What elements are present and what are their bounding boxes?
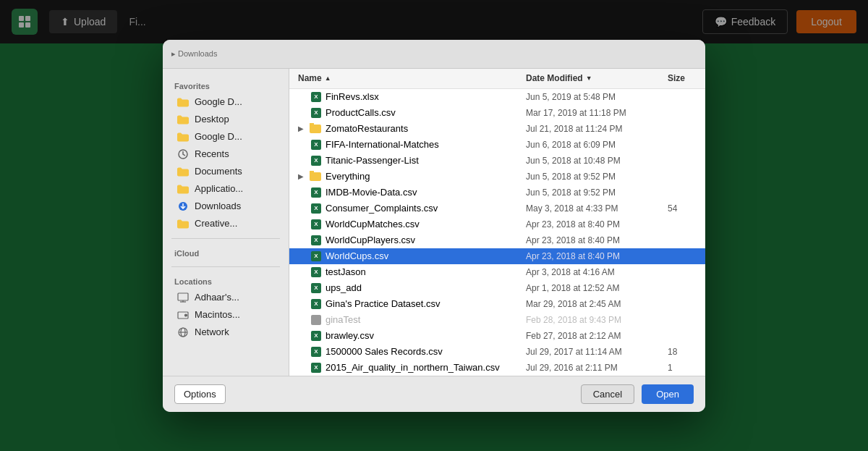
table-row[interactable]: ▶ Everything Jun 5, 2018 at 9:52 PM [289,169,705,185]
file-date: Jul 29, 2017 at 11:14 AM [517,347,662,357]
downloads-icon [177,201,189,212]
file-list-area: Name ▲ Date Modified ▼ Size X FinRevs.xl… [289,69,705,376]
table-row[interactable]: X Titanic-Passenger-List Jun 5, 2018 at … [289,153,705,169]
dialog-footer: Options Cancel Open [163,376,705,412]
column-name[interactable]: Name ▲ [289,73,517,83]
file-date: Apr 23, 2018 at 8:40 PM [517,251,662,261]
sidebar-item-documents[interactable]: Documents [166,163,286,180]
folder-icon [177,218,189,229]
options-button[interactable]: Options [174,384,226,404]
excel-icon: X [311,219,321,229]
table-row[interactable]: X 2015_Air_quality_in_northern_Taiwan.cs… [289,360,705,376]
table-row[interactable]: X ups_add Apr 1, 2018 at 12:52 AM [289,280,705,296]
excel-icon: X [311,140,321,150]
folder-icon [177,166,189,177]
svg-rect-14 [178,293,188,300]
dialog-toolbar: ▸ Downloads [163,40,705,69]
file-date: Jul 29, 2016 at 2:11 PM [517,363,662,373]
table-row[interactable]: X WorldCups.csv Apr 23, 2018 at 8:40 PM [289,248,705,264]
sort-arrow: ▲ [325,75,331,82]
locations-label: Locations [163,273,289,289]
icloud-label: iCloud [163,245,289,261]
table-row[interactable]: X testJason Apr 3, 2018 at 4:16 AM [289,264,705,280]
table-row[interactable]: X ProductCalls.csv Mar 17, 2019 at 11:18… [289,105,705,121]
file-name: X Titanic-Passenger-List [289,155,517,166]
file-name: X FinRevs.xlsx [289,91,517,102]
file-size: 1 [662,363,705,373]
clock-icon [177,148,189,160]
file-name: X WorldCupPlayers.csv [289,235,517,245]
excel-icon: X [311,187,321,198]
sidebar-item-google-drive-1[interactable]: Google D... [166,93,286,111]
file-name: X ProductCalls.csv [289,107,517,118]
file-date: Jun 5, 2018 at 9:52 PM [517,187,662,198]
sidebar-item-recents[interactable]: Recents [166,146,286,163]
excel-icon: X [311,283,321,293]
excel-icon: X [311,156,321,166]
excel-icon: X [311,235,321,245]
table-row[interactable]: X IMDB-Movie-Data.csv Jun 5, 2018 at 9:5… [289,185,705,201]
sidebar-item-adhaar[interactable]: Adhaar's... [166,289,286,306]
computer-icon [177,292,189,303]
table-row[interactable]: X FIFA-International-Matches Jun 6, 2018… [289,137,705,153]
file-name: X IMDB-Movie-Data.csv [289,187,517,198]
folder-icon [177,183,189,195]
excel-icon: X [311,363,321,373]
file-date: Jun 5, 2019 at 5:48 PM [517,92,662,102]
excel-icon: X [311,251,321,261]
file-name: X WorldCups.csv [289,250,517,261]
sidebar-item-creative[interactable]: Creative... [166,215,286,232]
sidebar-item-network[interactable]: Network [166,324,286,341]
svg-point-18 [185,314,187,316]
file-icon [311,315,321,325]
file-name: X ups_add [289,282,517,293]
column-size[interactable]: Size [662,73,705,83]
file-open-dialog: ▸ Downloads Favorites Google D... Deskto… [163,40,705,412]
file-date: Mar 17, 2019 at 11:18 PM [517,108,662,118]
open-button[interactable]: Open [642,384,694,404]
folder-icon [177,131,189,143]
file-name: X Consumer_Complaints.csv [289,203,517,214]
table-row[interactable]: X WorldCupMatches.csv Apr 23, 2018 at 8:… [289,216,705,232]
file-date: Apr 23, 2018 at 8:40 PM [517,219,662,229]
excel-icon: X [311,347,321,357]
file-size: 18 [662,347,705,357]
excel-icon: X [311,267,321,277]
toolbar-path: ▸ Downloads [171,49,217,59]
sidebar-item-desktop[interactable]: Desktop [166,111,286,128]
excel-icon: X [311,108,321,118]
sidebar-item-downloads[interactable]: Downloads [166,198,286,215]
sidebar-item-applications[interactable]: Applicatio... [166,180,286,198]
file-name: ▶ ZomatoRestaurants [289,123,517,134]
folder-icon [310,172,321,181]
table-row[interactable]: ▶ ZomatoRestaurants Jul 21, 2018 at 11:2… [289,121,705,137]
sidebar-divider [171,238,280,239]
table-row[interactable]: X brawley.csv Feb 27, 2018 at 2:12 AM [289,328,705,344]
file-name: X 2015_Air_quality_in_northern_Taiwan.cs… [289,362,517,373]
table-row[interactable]: X 1500000 Sales Records.csv Jul 29, 2017… [289,344,705,360]
file-date: Jul 21, 2018 at 11:24 PM [517,124,662,134]
sidebar-item-google-drive-2[interactable]: Google D... [166,128,286,146]
file-name: X WorldCupMatches.csv [289,219,517,229]
excel-icon: X [311,203,321,214]
file-name: X testJason [289,266,517,277]
cancel-button[interactable]: Cancel [581,384,634,404]
file-date: Feb 27, 2018 at 2:12 AM [517,331,662,341]
file-date: Jun 6, 2018 at 6:09 PM [517,140,662,150]
expand-arrow: ▶ [298,172,305,180]
column-date[interactable]: Date Modified ▼ [517,73,662,83]
folder-icon [177,96,189,108]
table-row[interactable]: X WorldCupPlayers.csv Apr 23, 2018 at 8:… [289,232,705,248]
footer-buttons: Cancel Open [581,384,694,404]
excel-icon: X [311,331,321,341]
table-row[interactable]: X FinRevs.xlsx Jun 5, 2019 at 5:48 PM [289,89,705,105]
file-name: X FIFA-International-Matches [289,139,517,150]
sidebar-item-macintosh[interactable]: Macintos... [166,306,286,324]
table-row[interactable]: ginaTest Feb 28, 2018 at 9:43 PM [289,312,705,328]
folder-icon [177,114,189,125]
expand-arrow: ▶ [298,125,305,132]
table-row[interactable]: X Gina's Practice Dataset.csv Mar 29, 20… [289,296,705,312]
table-row[interactable]: X Consumer_Complaints.csv May 3, 2018 at… [289,201,705,216]
hd-icon [177,309,189,321]
file-date: Apr 23, 2018 at 8:40 PM [517,235,662,245]
